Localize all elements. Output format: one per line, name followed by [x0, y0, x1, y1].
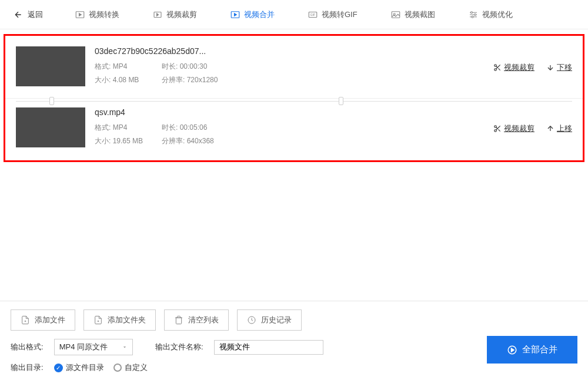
add-file-button[interactable]: 添加文件 — [11, 309, 75, 331]
output-format-select[interactable]: MP4 同原文件 — [54, 339, 133, 355]
screenshot-icon — [390, 9, 401, 20]
tab-label: 视频转GIF — [322, 9, 358, 20]
tab-label: 视频裁剪 — [166, 9, 197, 20]
tab-optimize[interactable]: 视频优化 — [462, 6, 519, 23]
clear-list-button[interactable]: 清空列表 — [164, 309, 229, 331]
add-folder-button[interactable]: 添加文件夹 — [83, 309, 156, 331]
svg-text:GIF: GIF — [310, 13, 316, 16]
back-button[interactable]: 返回 — [9, 7, 48, 22]
move-up-action[interactable]: 上移 — [546, 123, 572, 134]
file-name: qsv.mp4 — [95, 107, 493, 117]
svg-point-13 — [495, 130, 497, 132]
output-dir-label: 输出目录: — [11, 362, 44, 373]
file-list-highlight: 03dec727b90c5226ab25d07... 格式: MP4 时长: 0… — [4, 34, 584, 162]
move-down-action[interactable]: 下移 — [546, 62, 572, 73]
arrow-left-icon — [14, 10, 23, 19]
file-info: 03dec727b90c5226ab25d07... 格式: MP4 时长: 0… — [85, 46, 493, 89]
size-meta: 大小: 4.08 MB — [95, 75, 148, 85]
svg-point-7 — [470, 11, 472, 13]
merge-all-button[interactable]: 全部合并 — [487, 336, 577, 364]
output-filename-input[interactable] — [214, 340, 323, 355]
video-thumbnail[interactable] — [16, 46, 85, 86]
crop-icon — [152, 9, 163, 20]
file-name: 03dec727b90c5226ab25d07... — [95, 46, 493, 56]
tab-crop[interactable]: 视频裁剪 — [146, 6, 203, 23]
scissors-icon — [493, 124, 502, 133]
tab-convert[interactable]: 视频转换 — [69, 6, 125, 23]
back-label: 返回 — [28, 9, 43, 20]
svg-point-10 — [495, 65, 497, 67]
history-button[interactable]: 历史记录 — [237, 309, 302, 331]
svg-point-9 — [472, 16, 473, 18]
scissors-icon — [493, 63, 502, 72]
optimize-icon — [468, 9, 479, 20]
output-format-label: 输出格式: — [11, 342, 44, 352]
folder-add-icon — [93, 315, 103, 325]
trash-icon — [174, 315, 183, 325]
tab-label: 视频截图 — [405, 9, 435, 20]
file-row[interactable]: 03dec727b90c5226ab25d07... 格式: MP4 时长: 0… — [5, 41, 583, 99]
tab-label: 视频合并 — [244, 9, 275, 20]
svg-point-11 — [495, 69, 497, 71]
merge-icon — [230, 9, 240, 20]
radio-source-dir[interactable]: ✓ 源文件目录 — [54, 362, 104, 373]
radio-custom-dir[interactable]: 自定义 — [113, 362, 148, 373]
svg-point-12 — [495, 126, 497, 128]
resolution-meta: 分辨率: 640x368 — [162, 136, 215, 146]
gif-icon: GIF — [308, 9, 318, 20]
tab-label: 视频转换 — [89, 9, 119, 20]
tab-merge[interactable]: 视频合并 — [224, 6, 280, 23]
tab-gif[interactable]: GIF 视频转GIF — [302, 6, 363, 23]
file-row[interactable]: qsv.mp4 格式: MP4 时长: 00:05:06 大小: 19.65 M… — [5, 102, 583, 153]
tab-screenshot[interactable]: 视频截图 — [385, 6, 441, 23]
arrow-up-icon — [546, 124, 554, 133]
play-icon — [507, 345, 517, 355]
size-meta: 大小: 19.65 MB — [95, 136, 148, 146]
file-info: qsv.mp4 格式: MP4 时长: 00:05:06 大小: 19.65 M… — [85, 107, 493, 150]
arrow-down-icon — [546, 63, 554, 72]
file-add-icon — [21, 315, 30, 325]
radio-checked-icon: ✓ — [54, 364, 63, 372]
convert-icon — [75, 9, 85, 20]
radio-unchecked-icon — [113, 364, 122, 372]
chevron-down-icon — [122, 344, 128, 350]
crop-action[interactable]: 视频裁剪 — [493, 123, 534, 134]
svg-point-8 — [474, 14, 476, 15]
format-meta: 格式: MP4 — [95, 62, 148, 72]
history-icon — [247, 315, 256, 325]
video-thumbnail[interactable] — [16, 107, 85, 147]
bottom-panel: 添加文件 添加文件夹 清空列表 历史记录 输出格式: MP4 同原文件 输出文件… — [0, 301, 588, 387]
format-meta: 格式: MP4 — [95, 123, 148, 133]
duration-meta: 时长: 00:05:06 — [162, 123, 215, 133]
duration-meta: 时长: 00:00:30 — [162, 62, 215, 72]
resolution-meta: 分辨率: 720x1280 — [162, 75, 218, 85]
tab-label: 视频优化 — [482, 9, 513, 20]
crop-action[interactable]: 视频裁剪 — [493, 62, 534, 73]
output-filename-label: 输出文件名称: — [155, 342, 203, 352]
